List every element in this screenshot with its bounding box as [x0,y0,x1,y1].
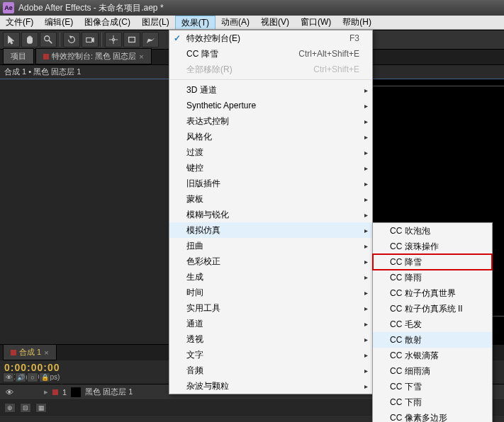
submenu-item[interactable]: CC 毛发 [373,316,492,332]
timeline-tab[interactable]: 合成 1× [3,344,57,360]
app-logo-icon: Ae [3,2,14,13]
selection-tool-icon[interactable] [3,32,20,47]
menu-item[interactable]: 通道▸ [169,316,372,331]
menu-帮助[interactable]: 帮助(H) [337,16,377,29]
pen-tool-icon[interactable] [142,32,159,47]
rect-tool-icon[interactable] [123,32,140,47]
menu-编辑[interactable]: 编辑(E) [39,16,79,29]
menu-图像合成[interactable]: 图像合成(C) [79,16,136,29]
chevron-right-icon: ▸ [364,86,368,94]
menu-窗口[interactable]: 窗口(W) [295,16,337,29]
menu-shortcut: Ctrl+Shift+E [313,64,359,74]
chevron-right-icon: ▸ [364,102,368,110]
submenu-item[interactable]: CC 像素多边形 [373,410,492,422]
menu-item[interactable]: 扭曲▸ [169,238,372,253]
menu-item[interactable]: 模拟仿真▸ [169,222,372,238]
menu-bar: 文件(F)编辑(E)图像合成(C)图层(L)效果(T)动画(A)视图(V)窗口(… [0,16,504,30]
submenu-item-label: CC 降雨 [390,272,422,284]
menu-item[interactable]: 生成▸ [169,269,372,285]
camera-tool-icon[interactable] [82,32,99,47]
menu-item[interactable]: 蒙板▸ [169,191,372,207]
submenu-item[interactable]: CC 下雪 [373,379,492,394]
menu-文件[interactable]: 文件(F) [0,16,39,29]
menu-item[interactable]: 时间▸ [169,285,372,300]
chevron-right-icon: ▸ [364,304,368,312]
chevron-right-icon: ▸ [364,336,368,343]
submenu-item[interactable]: CC 下雨 [373,394,492,410]
menu-item-label: 过渡 [186,147,203,159]
submenu-item[interactable]: CC 散射 [373,332,492,348]
menu-动画[interactable]: 动画(A) [215,16,255,29]
menu-item[interactable]: 风格化▸ [169,129,372,144]
menu-视图[interactable]: 视图(V) [255,16,295,29]
video-toggle-icon[interactable]: 👁 [4,387,14,397]
menu-item[interactable]: ✓特效控制台(E)F3 [169,30,372,46]
menu-item[interactable]: 音频▸ [169,363,372,378]
submenu-item[interactable]: CC 降雨 [373,270,492,285]
tab-effect-controls[interactable]: 特效控制台: 黑色 固态层× [35,48,152,64]
menu-item[interactable]: Synthetic Aperture▸ [169,98,372,113]
close-icon[interactable]: × [44,348,48,357]
shy-icon[interactable]: ⊟ [20,403,31,413]
svg-rect-6 [129,38,135,42]
effects-menu: ✓特效控制台(E)F3CC 降雪Ctrl+Alt+Shift+E全部移除(R)C… [169,30,373,394]
menu-item[interactable]: 实用工具▸ [169,300,372,316]
toolbar-separator [101,33,102,47]
menu-item-label: 表达式控制 [186,115,229,127]
menu-item-label: 文字 [186,349,203,361]
menu-item[interactable]: 表达式控制▸ [169,113,372,129]
chevron-right-icon: ▸ [364,118,368,125]
rotate-tool-icon[interactable] [63,32,80,47]
submenu-item-label: CC 散射 [390,334,422,346]
menu-item[interactable]: 旧版插件▸ [169,176,372,191]
submenu-item-label: CC 毛发 [390,319,422,331]
submenu-item[interactable]: CC 粒子仿真系统 II [373,301,492,316]
menu-效果[interactable]: 效果(T) [175,16,215,29]
menu-item[interactable]: 模糊与锐化▸ [169,207,372,222]
menu-item-label: 特效控制台(E) [186,33,240,45]
frame-blend-icon[interactable]: ▦ [35,403,47,413]
lock-toggle-icon[interactable]: 🔒 [39,372,50,382]
submenu-item[interactable]: CC 滚珠操作 [373,239,492,254]
chevron-right-icon: ▸ [364,382,368,390]
zoom-tool-icon[interactable] [40,32,57,47]
menu-item[interactable]: 过渡▸ [169,144,372,160]
tab-project[interactable]: 项目 [3,48,34,64]
svg-point-0 [45,36,50,41]
submenu-item-label: CC 滚珠操作 [390,241,439,253]
layer-index: 1 [62,388,67,397]
menu-item[interactable]: 键控▸ [169,160,372,176]
menu-item[interactable]: 透视▸ [169,331,372,347]
submenu-item[interactable]: CC 细雨滴 [373,363,492,379]
svg-rect-2 [86,38,92,42]
menu-item-label: 风格化 [186,131,212,143]
menu-item-label: CC 降雪 [186,48,218,60]
menu-item[interactable]: 色彩校正▸ [169,253,372,269]
svg-line-7 [152,38,155,40]
close-icon[interactable]: × [139,52,143,61]
anchor-tool-icon[interactable] [105,32,122,47]
menu-item-label: 旧版插件 [186,178,220,190]
solo-toggle-icon[interactable]: ○ [27,372,38,382]
chevron-right-icon: ▸ [364,195,368,203]
chevron-right-icon: ▸ [364,164,368,172]
chevron-right-icon: ▸ [364,180,368,188]
app-title: Adobe After Effects - 未命名项目.aep * [18,2,164,14]
menu-item[interactable]: 文字▸ [169,347,372,363]
hand-tool-icon[interactable] [21,32,38,47]
submenu-item[interactable]: CC 降雪 [373,254,492,270]
menu-item[interactable]: CC 降雪Ctrl+Alt+Shift+E [169,46,372,62]
menu-item[interactable]: 3D 通道▸ [169,82,372,98]
submenu-item[interactable]: CC 吹泡泡 [373,223,492,239]
chevron-right-icon: ▸ [364,289,368,297]
menu-item[interactable]: 杂波与颗粒▸ [169,378,372,394]
audio-toggle-icon[interactable]: 🔊 [15,372,26,382]
video-toggle-icon[interactable]: 👁 [3,372,14,382]
menu-item-label: 全部移除(R) [186,64,233,76]
submenu-item-label: CC 水银滴落 [390,350,439,362]
menu-图层[interactable]: 图层(L) [136,16,175,29]
submenu-item[interactable]: CC 水银滴落 [373,348,492,363]
twirl-icon[interactable]: ⊕ [4,403,16,413]
menu-item-label: 杂波与颗粒 [186,380,229,392]
submenu-item[interactable]: CC 粒子仿真世界 [373,285,492,301]
